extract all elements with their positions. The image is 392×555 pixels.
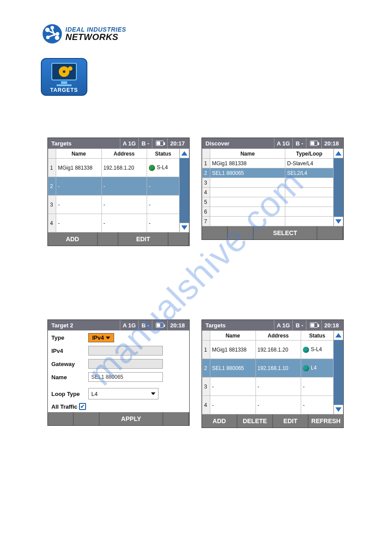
add-button[interactable]: ADD bbox=[48, 232, 98, 246]
port-b-status: B - bbox=[292, 320, 306, 330]
table-row[interactable]: 5 bbox=[202, 197, 334, 207]
cell-address: - bbox=[255, 377, 301, 396]
table-row[interactable]: 6 bbox=[202, 207, 334, 217]
row-index: 2 bbox=[48, 177, 56, 196]
table-row[interactable]: 3 - - - bbox=[202, 377, 334, 396]
gear-icon bbox=[60, 68, 68, 76]
select-button[interactable]: SELECT bbox=[254, 226, 317, 239]
port-a-status: A 1G bbox=[274, 138, 293, 149]
panel-header: Target 2 A 1G B - 20:18 bbox=[48, 320, 189, 330]
scroll-down-button[interactable] bbox=[334, 405, 343, 414]
scroll-up-button[interactable] bbox=[180, 149, 189, 158]
table-row[interactable]: 3 - - - bbox=[48, 196, 180, 214]
type-value: IPv4 bbox=[92, 334, 104, 341]
table-row[interactable]: 1 MGig1 881338 D-Slave/L4 bbox=[202, 159, 334, 168]
loop-type-value: L4 bbox=[91, 391, 97, 397]
battery-icon bbox=[306, 320, 321, 330]
cell-address: - bbox=[255, 396, 301, 414]
cell-address: - bbox=[101, 177, 147, 196]
cell-address: - bbox=[101, 214, 147, 232]
label-gateway: Gateway bbox=[51, 361, 86, 367]
cell-status: S-L4 bbox=[301, 341, 334, 359]
ipv4-input[interactable] bbox=[88, 346, 163, 355]
scroll-up-button[interactable] bbox=[334, 149, 343, 158]
col-name: Name bbox=[210, 149, 285, 159]
cell-address: 192.168.1.20 bbox=[255, 341, 301, 359]
col-status: Status bbox=[301, 331, 334, 341]
brand-line1: IDEAL INDUSTRIES bbox=[65, 26, 126, 33]
brand-line2: NETWORKS bbox=[65, 33, 126, 41]
cell-status: - bbox=[147, 196, 180, 214]
scroll-up-button[interactable] bbox=[334, 330, 343, 340]
label-loop-type: Loop Type bbox=[51, 391, 86, 397]
panel-header: Discover A 1G B - 20:18 bbox=[202, 138, 343, 149]
loop-type-select[interactable]: L4 bbox=[88, 388, 158, 399]
port-a-status: A 1G bbox=[120, 320, 139, 330]
apply-button[interactable]: APPLY bbox=[100, 412, 163, 425]
edit-button[interactable]: EDIT bbox=[119, 232, 169, 246]
edit-button[interactable]: EDIT bbox=[273, 414, 309, 428]
status-ok-icon bbox=[149, 165, 155, 171]
scrollbar-track[interactable] bbox=[334, 340, 343, 405]
table-row[interactable]: 1 MGig1 881338 192.168.1.20 S-L4 bbox=[48, 159, 180, 177]
cell-status: - bbox=[301, 377, 334, 396]
table-row[interactable]: 2 SEL1 880065 SEL2/L4 bbox=[202, 168, 334, 178]
cell-address: 192.168.1.20 bbox=[101, 159, 147, 177]
targets-app-icon[interactable]: TARGETS bbox=[41, 58, 87, 96]
monitor-icon bbox=[51, 63, 77, 80]
panel-discover: Discover A 1G B - 20:18 Name Type/Loop 1… bbox=[201, 138, 344, 240]
scroll-down-button[interactable] bbox=[180, 223, 189, 232]
cell-name: - bbox=[56, 196, 102, 214]
type-select[interactable]: IPv4 bbox=[88, 333, 114, 342]
panel-title: Targets bbox=[50, 140, 120, 147]
col-status: Status bbox=[147, 149, 180, 159]
col-name: Name bbox=[210, 331, 256, 341]
col-name: Name bbox=[56, 149, 102, 159]
checkbox-icon: ✔ bbox=[79, 403, 86, 410]
form-body: Type IPv4 IPv4 Gateway Name Loop Type L4 bbox=[48, 330, 189, 412]
refresh-button[interactable]: REFRESH bbox=[309, 414, 343, 428]
scrollbar-track[interactable] bbox=[334, 158, 343, 217]
all-traffic-checkbox[interactable]: All Traffic ✔ bbox=[51, 403, 86, 410]
chevron-down-icon bbox=[151, 392, 155, 395]
table-row[interactable]: 4 - - - bbox=[202, 396, 334, 414]
port-b-status: B - bbox=[138, 138, 151, 149]
chevron-down-icon bbox=[106, 337, 110, 339]
scroll-down-button[interactable] bbox=[334, 217, 343, 226]
row-index: 2 bbox=[202, 168, 210, 178]
scrollbar-track[interactable] bbox=[180, 158, 189, 223]
table-row[interactable]: 2 SEL1 880065 192.168.1.10 L4 bbox=[202, 359, 334, 377]
row-index: 3 bbox=[202, 377, 210, 396]
label-ipv4: IPv4 bbox=[51, 348, 86, 354]
chevron-up-icon bbox=[335, 151, 342, 156]
cell-type: SEL2/L4 bbox=[285, 168, 334, 178]
table-row[interactable]: 4 - - - bbox=[48, 214, 180, 232]
row-index: 4 bbox=[202, 396, 210, 414]
chevron-up-icon bbox=[181, 151, 187, 156]
cell-name: - bbox=[210, 377, 256, 396]
gateway-input[interactable] bbox=[88, 359, 163, 369]
table-row[interactable]: 4 bbox=[202, 188, 334, 197]
table-row[interactable]: 2 - - - bbox=[48, 177, 180, 196]
targets-table: Name Address Status 1 MGig1 881338 192.1… bbox=[202, 330, 334, 414]
port-a-status: A 1G bbox=[120, 138, 139, 149]
cell-address: 192.168.1.10 bbox=[255, 359, 301, 377]
cell-type: D-Slave/L4 bbox=[285, 159, 334, 168]
cell-name: SEL1 880065 bbox=[210, 168, 285, 178]
name-input[interactable] bbox=[88, 372, 163, 382]
row-index: 4 bbox=[48, 214, 56, 232]
table-row[interactable]: 3 bbox=[202, 178, 334, 188]
panel-targets-updated: Targets A 1G B - 20:18 Name Address Stat… bbox=[201, 319, 344, 428]
table-row[interactable]: 7 bbox=[202, 217, 334, 226]
row-index: 1 bbox=[202, 159, 210, 168]
port-b-status: B - bbox=[292, 138, 306, 149]
add-button[interactable]: ADD bbox=[202, 414, 237, 428]
panel-title: Target 2 bbox=[50, 322, 120, 329]
brand-logo: IDEAL INDUSTRIES NETWORKS bbox=[43, 24, 126, 44]
delete-button[interactable]: DELETE bbox=[237, 414, 273, 428]
panel-header: Targets A 1G B - 20:17 bbox=[48, 138, 189, 149]
col-type: Type/Loop bbox=[285, 149, 334, 159]
cell-address: - bbox=[101, 196, 147, 214]
table-row[interactable]: 1 MGig1 881338 192.168.1.20 S-L4 bbox=[202, 341, 334, 359]
row-index: 4 bbox=[202, 188, 210, 197]
